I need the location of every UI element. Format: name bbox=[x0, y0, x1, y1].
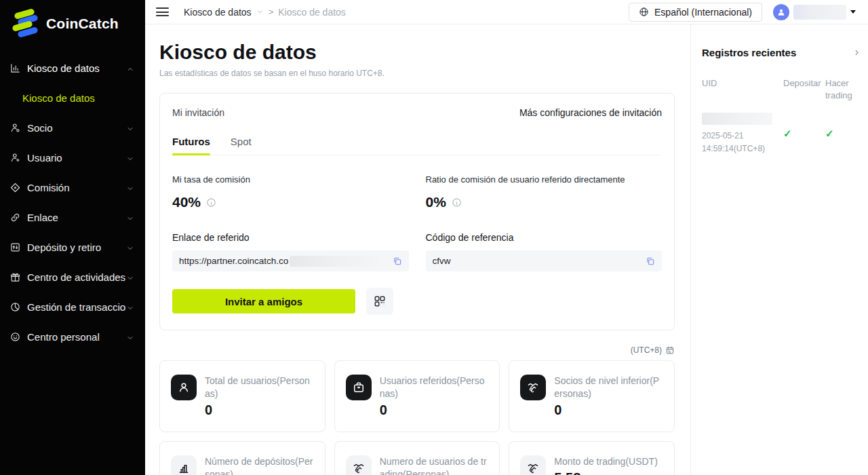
chevron-down-icon bbox=[126, 243, 134, 251]
referral-code-block: Código de referencia cfvw bbox=[426, 232, 663, 271]
smiley-icon bbox=[9, 331, 21, 343]
pie-chart-icon bbox=[9, 301, 21, 313]
handshake-icon bbox=[520, 455, 546, 475]
user-icon bbox=[171, 375, 197, 400]
recent-records-title: Registros recientes bbox=[702, 47, 796, 58]
content: Kiosco de datos Las estadísticas de dato… bbox=[145, 24, 868, 475]
stat-card-trading-users: Numero de usuarios de trading(Personas) … bbox=[334, 441, 500, 475]
copy-icon[interactable] bbox=[646, 256, 655, 266]
sidebar-item-label: Gestión de transacciones bbox=[27, 301, 126, 313]
info-icon[interactable] bbox=[452, 197, 462, 208]
column-trading: Hacer trading bbox=[825, 77, 861, 102]
chevron-down-icon bbox=[126, 124, 134, 132]
record-date: 2025-05-21 14:59:14(UTC+8) bbox=[702, 130, 783, 155]
chevron-down-icon bbox=[126, 303, 134, 311]
referral-link-label: Enlace de referido bbox=[172, 232, 409, 243]
briefcase-icon bbox=[346, 375, 372, 400]
username-redacted bbox=[793, 5, 846, 20]
stat-card-total-users: Total de usuarios(Personas) 0 bbox=[159, 360, 326, 432]
sidebar-item-label: Socio bbox=[27, 122, 126, 134]
recent-records-header[interactable]: Registros recientes bbox=[702, 47, 861, 58]
invitation-title: Mi invitación bbox=[172, 107, 224, 118]
handshake-icon bbox=[346, 455, 372, 475]
brand-logo[interactable]: CoinCatch bbox=[0, 7, 145, 41]
center-column: Kiosco de datos Las estadísticas de dato… bbox=[145, 24, 690, 475]
stat-value: 0 bbox=[205, 402, 314, 418]
breadcrumb-separator: > bbox=[269, 7, 274, 17]
stat-value: 0 bbox=[554, 402, 663, 418]
app-root: CoinCatch Kiosco de datos Kiosco de dato… bbox=[0, 0, 868, 475]
breadcrumb-root[interactable]: Kiosco de datos bbox=[184, 7, 252, 18]
chevron-down-icon bbox=[126, 213, 134, 221]
stat-value: 0 bbox=[380, 402, 489, 418]
coincatch-logo-icon bbox=[9, 10, 39, 38]
deposit-withdraw-icon bbox=[9, 242, 21, 253]
sidebar-item-comision[interactable]: Comisión bbox=[0, 172, 145, 202]
referred-rate-value: 0% bbox=[426, 194, 446, 210]
sidebar-item-centro-de-actividades[interactable]: Centro de actividades bbox=[0, 262, 145, 292]
sidebar-item-deposito-y-retiro[interactable]: Depósito y retiro bbox=[0, 232, 145, 262]
brand-name: CoinCatch bbox=[46, 16, 119, 32]
language-button[interactable]: Español (Internacional) bbox=[629, 3, 762, 22]
info-icon[interactable] bbox=[206, 197, 216, 208]
sidebar: CoinCatch Kiosco de datos Kiosco de dato… bbox=[0, 0, 145, 475]
tab-spot[interactable]: Spot bbox=[231, 136, 252, 155]
uid-redacted bbox=[702, 113, 772, 125]
sidebar-item-label: Comisión bbox=[27, 182, 126, 193]
record-cell-uid: 2025-05-21 14:59:14(UTC+8) bbox=[702, 113, 783, 155]
recent-records-panel: Registros recientes UID Depositar Hacer … bbox=[690, 24, 868, 475]
breadcrumb-current: Kiosco de datos bbox=[278, 7, 346, 18]
chevron-down-icon bbox=[126, 273, 134, 281]
chevron-down-icon bbox=[126, 153, 134, 162]
handshake-icon bbox=[520, 375, 546, 400]
link-icon bbox=[9, 212, 21, 223]
bar-chart-icon bbox=[171, 455, 197, 475]
globe-icon bbox=[639, 7, 649, 17]
topbar-right: Español (Internacional) bbox=[629, 3, 856, 22]
more-invite-settings-link[interactable]: Más configuraciones de invitación bbox=[519, 107, 662, 118]
stat-card-deposit-count: Número de depósitos(Personas) 0 bbox=[159, 441, 326, 475]
sidebar-item-label: Enlace bbox=[27, 212, 126, 223]
stat-value: 5.58 bbox=[554, 470, 658, 475]
timezone-row: (UTC+8) bbox=[159, 345, 675, 355]
qr-code-button[interactable] bbox=[366, 288, 393, 315]
stat-label: Usuarios referidos(Personas) bbox=[380, 375, 489, 400]
main-area: Kiosco de datos > Kiosco de datos Españo… bbox=[145, 0, 868, 475]
calendar-icon[interactable] bbox=[665, 345, 675, 355]
topbar: Kiosco de datos > Kiosco de datos Españo… bbox=[145, 0, 868, 24]
table-row: 2025-05-21 14:59:14(UTC+8) ✓ ✓ bbox=[702, 113, 861, 155]
column-deposit: Depositar bbox=[783, 77, 825, 102]
sidebar-item-label: Usuario bbox=[27, 152, 126, 164]
sidebar-item-label: Centro personal bbox=[27, 331, 126, 343]
stat-label: Monto de trading(USDT) bbox=[554, 455, 658, 468]
stat-card-trading-volume: Monto de trading(USDT) 5.58 bbox=[509, 441, 675, 475]
sidebar-item-usuario[interactable]: Usuario bbox=[0, 142, 145, 172]
sidebar-item-centro-personal[interactable]: Centro personal bbox=[0, 322, 145, 352]
sidebar-subitem-kiosco-de-datos[interactable]: Kiosco de datos bbox=[0, 83, 145, 113]
recent-records-columns: UID Depositar Hacer trading bbox=[702, 77, 861, 102]
referral-code-label: Código de referencia bbox=[426, 232, 663, 243]
my-rate-value: 40% bbox=[172, 194, 201, 210]
stat-label: Número de depósitos(Personas) bbox=[205, 455, 314, 475]
invitation-tabs: Futuros Spot bbox=[172, 136, 662, 155]
sidebar-item-kiosco-de-datos[interactable]: Kiosco de datos bbox=[0, 53, 145, 83]
referral-link-input[interactable]: https://partner.coincatch.co bbox=[172, 250, 409, 271]
referral-code-input[interactable]: cfvw bbox=[426, 250, 663, 271]
sidebar-item-socio[interactable]: Socio bbox=[0, 113, 145, 142]
chevron-down-icon[interactable] bbox=[256, 8, 264, 16]
caret-down-icon bbox=[850, 10, 856, 14]
account-menu[interactable] bbox=[773, 4, 856, 20]
stat-label: Numero de usuarios de trading(Personas) bbox=[380, 455, 489, 475]
invite-friends-button[interactable]: Invitar a amigos bbox=[172, 289, 355, 314]
sidebar-item-gestion-de-transacciones[interactable]: Gestión de transacciones bbox=[0, 292, 145, 322]
copy-icon[interactable] bbox=[393, 256, 402, 266]
menu-toggle-icon[interactable] bbox=[156, 5, 169, 19]
chevron-down-icon bbox=[126, 183, 134, 191]
timezone-label: (UTC+8) bbox=[631, 345, 662, 355]
chevron-right-icon[interactable] bbox=[852, 48, 861, 57]
chevron-up-icon bbox=[126, 64, 134, 72]
tab-futuros[interactable]: Futuros bbox=[172, 136, 210, 155]
sidebar-item-enlace[interactable]: Enlace bbox=[0, 202, 145, 232]
deposit-check-icon: ✓ bbox=[783, 113, 825, 155]
referral-link-value: https://partner.coincatch.co bbox=[179, 256, 288, 266]
